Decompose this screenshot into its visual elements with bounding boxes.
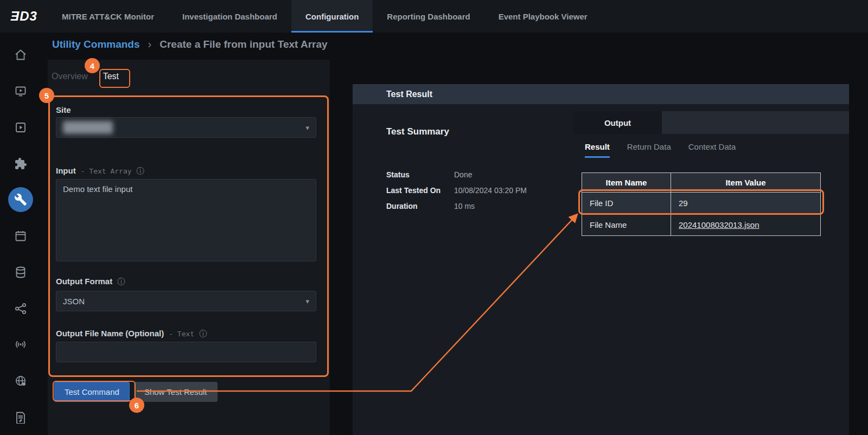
output-tab-strip: Output	[573, 111, 849, 134]
result-table: Item Name Item Value File ID 29 File Nam…	[582, 172, 821, 236]
sub-tab-return-data[interactable]: Return Data	[627, 142, 671, 158]
page-title: Create a File from input Text Array	[159, 39, 327, 50]
test-result-panel: Test Result Test Summary Status Done Las…	[353, 84, 849, 435]
chevron-down-icon: ▾	[305, 124, 309, 132]
output-sub-tabs: Result Return Data Context Data	[585, 142, 736, 158]
breadcrumb: Utility Commands › Create a File from in…	[52, 38, 328, 50]
info-icon[interactable]: ⓘ	[137, 167, 144, 176]
input-label: Input	[56, 166, 76, 175]
home-icon[interactable]	[0, 37, 41, 73]
site-select[interactable]: ▾	[56, 117, 316, 138]
top-nav-bar: ƎD3 MITRE ATT&CK Monitor Investigation D…	[0, 0, 868, 33]
integrations-puzzle-icon[interactable]	[0, 145, 41, 182]
status-label: Status	[386, 170, 454, 180]
test-summary-title: Test Summary	[386, 126, 449, 137]
broadcast-icon[interactable]	[0, 327, 41, 363]
database-icon[interactable]	[0, 254, 41, 290]
file-name-link[interactable]: 20241008032013.json	[679, 220, 759, 229]
test-summary-rows: Status Done Last Tested On 10/08/2024 03…	[386, 170, 527, 211]
command-test-panel: Overview Test Site ▾ Input - Text Array …	[48, 60, 330, 435]
table-header-item-name: Item Name	[582, 173, 671, 193]
panel-tabs: Overview Test	[52, 72, 119, 81]
active-icon-highlight	[8, 187, 33, 212]
last-tested-on-label: Last Tested On	[386, 185, 454, 195]
status-value: Done	[454, 170, 527, 180]
input-textarea[interactable]: Demo text file input	[56, 179, 316, 261]
site-value-redacted	[63, 121, 113, 134]
info-icon[interactable]: ⓘ	[199, 329, 207, 339]
nav-item-investigation-dashboard[interactable]: Investigation Dashboard	[168, 0, 291, 33]
report-icon[interactable]	[0, 399, 41, 435]
site-label: Site	[56, 105, 71, 114]
table-row-file-id: File ID 29	[582, 193, 821, 214]
video-player-icon[interactable]	[0, 109, 41, 145]
nav-item-mitre-attck-monitor[interactable]: MITRE ATT&CK Monitor	[48, 0, 168, 33]
nav-item-event-playbook-viewer[interactable]: Event Playbook Viewer	[484, 0, 602, 33]
info-icon[interactable]: ⓘ	[117, 277, 125, 287]
utilities-wrench-icon[interactable]	[0, 182, 41, 218]
breadcrumb-utility-commands-link[interactable]: Utility Commands	[52, 39, 140, 50]
file-name-name-cell: File Name	[582, 214, 671, 236]
table-row-file-name: File Name 20241008032013.json	[582, 214, 821, 236]
nav-item-configuration[interactable]: Configuration	[291, 0, 373, 33]
test-command-button[interactable]: Test Command	[54, 382, 130, 402]
file-id-value-cell: 29	[671, 193, 821, 214]
show-test-result-button[interactable]: Show Test Result	[134, 382, 218, 402]
left-icon-sidebar	[0, 33, 41, 435]
calendar-icon[interactable]	[0, 218, 41, 254]
last-tested-on-value: 10/08/2024 03:20 PM	[454, 185, 527, 195]
input-type-hint: - Text Array	[81, 167, 132, 175]
tab-output[interactable]: Output	[573, 111, 662, 134]
nav-item-reporting-dashboard[interactable]: Reporting Dashboard	[373, 0, 484, 33]
output-file-name-label: Output File Name (Optional)	[56, 329, 164, 338]
test-result-header: Test Result	[353, 84, 849, 104]
output-file-name-input[interactable]	[56, 342, 316, 362]
breadcrumb-separator-icon: ›	[148, 38, 152, 50]
sub-tab-result[interactable]: Result	[585, 142, 610, 158]
d3-logo[interactable]: ƎD3	[0, 0, 48, 33]
sub-tab-context-data[interactable]: Context Data	[688, 142, 736, 158]
duration-label: Duration	[386, 201, 454, 211]
file-id-name-cell: File ID	[582, 193, 671, 214]
tab-test[interactable]: Test	[103, 72, 119, 81]
output-format-label: Output Format	[56, 277, 112, 286]
media-monitor-icon[interactable]	[0, 73, 41, 110]
duration-value: 10 ms	[454, 201, 527, 211]
chevron-down-icon: ▾	[305, 297, 309, 305]
output-format-value: JSON	[63, 297, 85, 306]
file-name-value-cell: 20241008032013.json	[671, 214, 821, 236]
table-header-item-value: Item Value	[671, 173, 821, 193]
output-format-select[interactable]: JSON ▾	[56, 291, 316, 311]
share-nodes-icon[interactable]	[0, 290, 41, 327]
output-file-name-type-hint: - Text	[169, 330, 194, 338]
globe-icon[interactable]	[0, 363, 41, 399]
tab-overview[interactable]: Overview	[52, 72, 88, 81]
